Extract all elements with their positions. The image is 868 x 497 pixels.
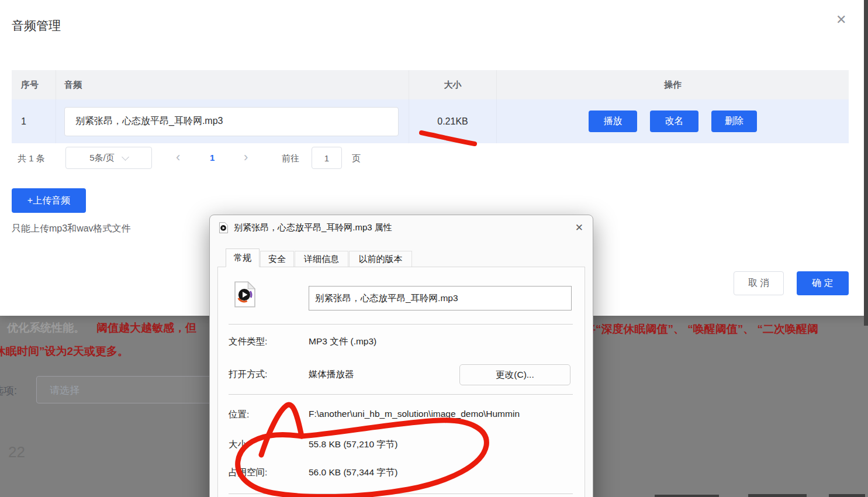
- media-file-icon: [219, 222, 228, 233]
- separator: [229, 324, 573, 325]
- rename-button[interactable]: 改名: [650, 111, 698, 132]
- upload-audio-button[interactable]: +上传音频: [12, 188, 86, 213]
- col-header-index: 序号: [12, 70, 56, 99]
- option-label: 选项:: [0, 384, 17, 398]
- table-row: 1 0.21KB 播放 改名 删除: [12, 99, 849, 143]
- location-label: 位置:: [229, 409, 249, 421]
- audio-filename-input[interactable]: [64, 107, 399, 136]
- chevron-down-icon: [122, 153, 129, 161]
- tab-security[interactable]: 安全: [260, 251, 294, 267]
- tab-previous-versions[interactable]: 以前的版本: [349, 251, 412, 267]
- clipped-ui-fragment: [829, 494, 865, 497]
- open-with-value: 媒体播放器: [309, 368, 354, 381]
- size-on-disk-value: 56.0 KB (57,344 字节): [309, 467, 398, 479]
- size-value: 55.8 KB (57,210 字节): [309, 439, 398, 451]
- cancel-button[interactable]: 取 消: [734, 271, 784, 295]
- separator: [229, 493, 573, 494]
- scrollbar[interactable]: [864, 0, 868, 326]
- col-header-audio: 音频: [56, 70, 409, 99]
- page-suffix: 页: [352, 153, 361, 164]
- modal-title: 音频管理: [12, 18, 61, 34]
- tab-general[interactable]: 常规: [226, 248, 260, 267]
- row-index: 1: [12, 99, 56, 143]
- properties-titlebar[interactable]: 别紧张昂，心态放平昂_耳聆网.mp3 属性 ✕: [210, 215, 593, 240]
- background-text-red-1: 阈值越大越敏感，但: [96, 320, 196, 336]
- current-page[interactable]: 1: [210, 153, 215, 163]
- next-page-icon[interactable]: ›: [244, 151, 248, 164]
- goto-page-input[interactable]: [312, 147, 342, 169]
- properties-filename-input[interactable]: [309, 286, 572, 310]
- background-text-red-2: 休眠时间”设为2天或更多。: [0, 344, 129, 359]
- table-header: 序号 音频 大小 操作: [12, 70, 849, 99]
- background-text-red-right: 将“深度休眠阈值”、 “唤醒阈值”、 “二次唤醒阈: [585, 322, 818, 337]
- media-file-icon: [234, 281, 255, 308]
- play-button[interactable]: 播放: [589, 111, 637, 132]
- prev-page-icon[interactable]: ‹: [176, 151, 180, 164]
- confirm-button[interactable]: 确 定: [797, 271, 849, 295]
- col-header-actions: 操作: [497, 70, 849, 99]
- screenshot-root: 优化系统性能。 阈值越大越敏感，但 休眠时间”设为2天或更多。 将“深度休眠阈值…: [0, 0, 868, 497]
- properties-close-icon[interactable]: ✕: [575, 222, 583, 234]
- file-properties-dialog: 别紧张昂，心态放平昂_耳聆网.mp3 属性 ✕ 常规 安全 详细信息 以前的版本…: [209, 215, 593, 497]
- file-type-label: 文件类型:: [229, 336, 267, 348]
- delete-button[interactable]: 删除: [711, 111, 757, 132]
- page-size-value: 5条/页: [89, 153, 115, 164]
- file-type-value: MP3 文件 (.mp3): [309, 336, 376, 348]
- row-size: 0.21KB: [409, 99, 497, 143]
- size-on-disk-label: 占用空间:: [229, 467, 267, 479]
- separator: [229, 394, 573, 395]
- open-with-label: 打开方式:: [229, 368, 267, 381]
- clipped-ui-fragment: [655, 495, 719, 497]
- page-size-select[interactable]: 5条/页: [65, 147, 152, 169]
- location-value: F:\another\uni_hb_m_solution\image_demo\…: [309, 409, 576, 419]
- change-app-button[interactable]: 更改(C)...: [459, 364, 570, 385]
- option-select-placeholder: 请选择: [50, 384, 79, 397]
- pagination-total: 共 1 条: [18, 153, 45, 164]
- clipped-ui-fragment: [748, 494, 807, 497]
- close-icon[interactable]: ✕: [836, 12, 846, 27]
- properties-title: 别紧张昂，心态放平昂_耳聆网.mp3 属性: [234, 222, 392, 233]
- goto-label: 前往: [282, 153, 299, 164]
- size-label: 大小:: [229, 439, 249, 451]
- col-header-size: 大小: [409, 70, 497, 99]
- background-text-gray: 优化系统性能。: [7, 320, 85, 336]
- tab-details[interactable]: 详细信息: [295, 251, 348, 267]
- upload-hint: 只能上传mp3和wav格式文件: [12, 223, 131, 235]
- background-number: 22: [8, 443, 25, 461]
